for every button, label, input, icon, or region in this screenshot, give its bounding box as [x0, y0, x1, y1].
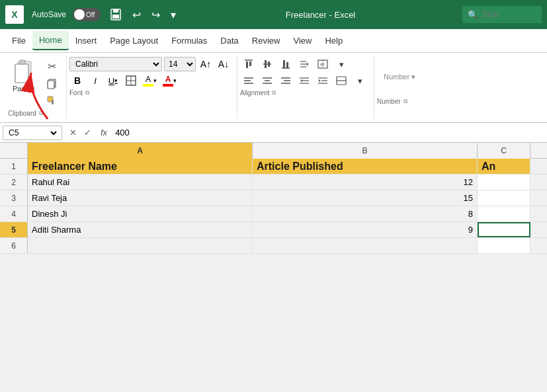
font-color-arrow[interactable]: ▾: [173, 77, 177, 84]
cell-c1[interactable]: An: [478, 159, 530, 174]
alignment-group-label: Alignment ⧉: [240, 89, 368, 97]
ribbon-group-font: Calibri 14 A↑ A↓ B I U ▾: [67, 56, 237, 118]
cell-a4[interactable]: Dinesh Ji: [28, 206, 253, 221]
decrease-indent-button[interactable]: [296, 73, 313, 88]
menu-formulas[interactable]: Formulas: [165, 32, 214, 50]
cell-a1[interactable]: Freelancer Name: [28, 159, 253, 174]
number-expander[interactable]: ⧉: [403, 98, 407, 105]
alignment-expander-icon[interactable]: ⧉: [272, 89, 276, 97]
search-box[interactable]: 🔍: [462, 6, 542, 23]
increase-indent-button[interactable]: [314, 73, 331, 88]
borders-button[interactable]: [123, 73, 139, 88]
menu-file[interactable]: File: [5, 32, 32, 50]
cell-format-button[interactable]: [333, 73, 350, 88]
highlight-arrow[interactable]: ▾: [153, 77, 157, 84]
fx-label: fx: [98, 128, 110, 137]
cell-a6[interactable]: [28, 238, 253, 253]
underline-button[interactable]: U ▾: [105, 73, 121, 88]
menu-data[interactable]: Data: [214, 32, 245, 50]
cell-c2[interactable]: [478, 175, 530, 190]
autosave-toggle[interactable]: Off: [73, 8, 101, 21]
col-header-a[interactable]: A: [28, 143, 253, 159]
table-row: 1 Freelancer Name Article Published An: [0, 159, 547, 175]
menu-view[interactable]: View: [286, 32, 318, 50]
svg-rect-22: [286, 62, 288, 68]
cell-a3[interactable]: Ravi Teja: [28, 190, 253, 206]
align-middle-button[interactable]: [259, 57, 276, 71]
font-family-select[interactable]: Calibri: [69, 57, 162, 71]
wrap-text-button[interactable]: [296, 57, 313, 71]
paste-dropdown-arrow[interactable]: ▾: [32, 85, 35, 92]
highlight-color-button[interactable]: A ▾: [141, 73, 159, 88]
menu-bar: File Home Insert Page Layout Formulas Da…: [0, 29, 547, 53]
cut-button[interactable]: ✂: [42, 58, 61, 74]
alignment-content: ab ▾: [240, 57, 368, 88]
svg-marker-41: [300, 79, 302, 82]
cell-b5[interactable]: 9: [253, 222, 478, 237]
cell-a5[interactable]: Aditi Sharma: [28, 222, 253, 237]
align-right-button[interactable]: [277, 73, 294, 88]
italic-button[interactable]: I: [87, 73, 103, 88]
font-expander[interactable]: ⧉: [85, 89, 89, 97]
formula-confirm-button[interactable]: ✓: [81, 126, 94, 139]
cell-b1[interactable]: Article Published: [253, 159, 478, 174]
cell-b2[interactable]: 12: [253, 175, 478, 190]
spreadsheet: A B C 1 Freelancer Name Article Publishe…: [0, 143, 547, 392]
merge-dropdown-button[interactable]: ▾: [333, 57, 350, 71]
search-icon: 🔍: [468, 10, 478, 20]
formula-cancel-button[interactable]: ✕: [66, 126, 79, 139]
svg-rect-8: [48, 81, 54, 89]
search-input[interactable]: [482, 10, 535, 19]
cell-c6[interactable]: [478, 238, 530, 253]
toggle-off-text: Off: [86, 11, 95, 19]
save-button[interactable]: [107, 7, 124, 22]
format-painter-button[interactable]: [42, 93, 61, 108]
cell-reference-select[interactable]: C5: [6, 128, 59, 138]
cell-c4[interactable]: [478, 206, 530, 221]
menu-help[interactable]: Help: [318, 32, 349, 50]
center-align-button[interactable]: [259, 73, 276, 88]
align-bottom-button[interactable]: [277, 57, 294, 71]
table-row: 6: [0, 238, 547, 254]
merge-center-button[interactable]: ab: [314, 57, 331, 71]
bold-button[interactable]: B: [69, 73, 85, 88]
underline-arrow[interactable]: ▾: [114, 77, 118, 84]
menu-page-layout[interactable]: Page Layout: [103, 32, 165, 50]
toggle-knob: [74, 9, 85, 20]
row-number: 4: [0, 206, 28, 221]
redo-button[interactable]: ↪: [149, 7, 163, 22]
col-header-c[interactable]: C: [478, 143, 530, 159]
excel-logo: X: [5, 5, 24, 24]
alignment-expander[interactable]: ▾: [351, 73, 368, 88]
quick-access-more[interactable]: ▾: [168, 7, 179, 22]
row-number-selected: 5: [0, 222, 28, 237]
cell-c3[interactable]: [478, 190, 530, 206]
cell-b4[interactable]: 8: [253, 206, 478, 221]
font-shrink-button[interactable]: A↓: [216, 57, 231, 71]
menu-review[interactable]: Review: [245, 32, 287, 50]
col-header-b[interactable]: B: [253, 143, 478, 159]
copy-button[interactable]: [42, 75, 61, 91]
align-left-button[interactable]: [240, 73, 257, 88]
paste-button[interactable]: Paste ▾: [8, 57, 40, 95]
clipboard-expander[interactable]: ⧉: [39, 110, 43, 117]
clipboard-group-label: Clipboard ⧉: [8, 110, 61, 117]
font-color-button[interactable]: A ▾: [161, 73, 179, 88]
svg-rect-16: [249, 61, 251, 66]
paste-icon: [12, 59, 36, 83]
font-grow-button[interactable]: A↑: [198, 57, 214, 71]
cell-b6[interactable]: [253, 238, 478, 253]
formula-input[interactable]: [112, 128, 544, 137]
undo-button[interactable]: ↩: [130, 7, 144, 22]
svg-rect-18: [265, 60, 267, 68]
cell-c5-selected[interactable]: [478, 222, 530, 237]
row-number: 3: [0, 190, 28, 206]
cell-a2[interactable]: Rahul Rai: [28, 175, 253, 190]
font-size-select[interactable]: 14: [164, 57, 196, 71]
name-box[interactable]: C5: [3, 126, 62, 140]
menu-home[interactable]: Home: [32, 31, 69, 50]
align-top-button[interactable]: [240, 57, 257, 71]
menu-insert[interactable]: Insert: [69, 32, 104, 50]
svg-rect-15: [246, 61, 248, 68]
cell-b3[interactable]: 15: [253, 190, 478, 206]
